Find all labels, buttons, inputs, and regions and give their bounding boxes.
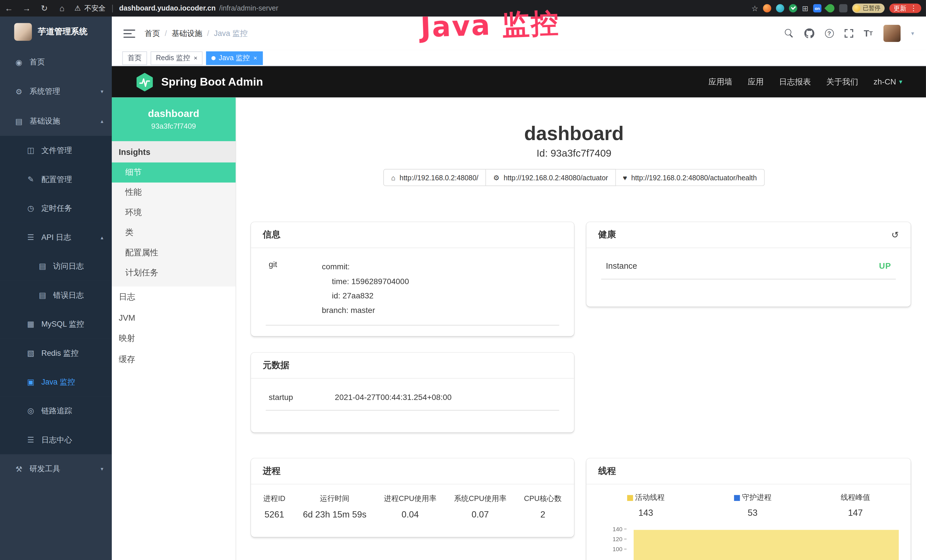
sba-menu-config-properties[interactable]: 配置属性 [112,243,236,263]
sba-instance-header[interactable]: dashboard 93a3fc7f7409 [112,98,236,141]
browser-back-icon[interactable]: ← [0,3,18,13]
metadata-key: startup [269,393,335,402]
sidebar-item-access-logs[interactable]: ▤ 访问日志 [0,251,112,280]
sba-nav-journal[interactable]: 日志报表 [779,76,811,87]
extension-leaf-icon[interactable] [825,2,836,14]
extension-drop-icon[interactable] [776,4,784,12]
sba-nav-about[interactable]: 关于我们 [826,76,858,87]
sba-menu-caches[interactable]: 缓存 [112,349,236,371]
app-sidebar: 芋道管理系统 ◉ 首页 ⚙ 系统管理 ▾ ▤ 基础设施 ▴ ◫ 文件管理 ✎ 配… [0,17,112,560]
browser-home-icon[interactable]: ⌂ [53,3,71,13]
sba-menu-jvm[interactable]: JVM [112,308,236,328]
extension-fox-icon[interactable] [763,4,772,12]
sba-insights-group: 细节 性能 环境 类 配置属性 计划任务 [112,162,236,286]
tab-redis-monitor[interactable]: Redis 监控 × [151,51,203,65]
app-logo[interactable]: 芋道管理系统 [0,17,112,47]
sidebar-item-scheduled-tasks[interactable]: ◷ 定时任务 [0,194,112,222]
fullscreen-icon[interactable] [844,29,853,38]
monitor-icon: ▣ [26,377,35,386]
security-label[interactable]: 不安全 [85,3,106,13]
paused-badge[interactable]: 已暂停 [852,3,885,13]
tab-java-monitor[interactable]: Java 监控 × [206,51,263,65]
extension-check-icon[interactable] [789,4,797,12]
hamburger-icon[interactable] [124,29,135,37]
health-key: Instance [606,261,637,271]
sba-menu-details[interactable]: 细节 [112,162,236,182]
user-avatar[interactable] [884,25,900,42]
health-url-button[interactable]: ♥ http://192.168.0.2:48080/actuator/heal… [616,169,764,186]
sba-menu-logs[interactable]: 日志 [112,286,236,308]
sidebar-item-api-logs[interactable]: ☰ API 日志 ▴ [0,223,112,251]
sba-menu-performance[interactable]: 性能 [112,183,236,203]
close-icon[interactable]: × [194,54,197,62]
update-button[interactable]: 更新 ⋮ [889,3,921,13]
sba-nav-applications[interactable]: 应用 [748,76,764,87]
active-tab-dot [212,56,216,60]
metadata-card: 元数据 startup 2021-04-27T00:44:31.254+08:0… [251,353,574,433]
process-card-title: 进程 [251,459,574,484]
info-value: commit: time: 1596289704000 id: 27aa832 … [322,260,409,318]
tab-label: Redis 监控 [156,53,190,63]
extension-on-badge[interactable]: on [813,4,822,12]
sba-menu-mappings[interactable]: 映射 [112,328,236,349]
wrench-icon: ⚙ [493,173,499,182]
history-icon[interactable]: ↺ [891,229,899,240]
service-url: http://192.168.0.2:48080/ [399,173,478,182]
help-icon[interactable]: ? [825,29,834,38]
browser-forward-icon[interactable]: → [18,3,35,13]
breadcrumb-home[interactable]: 首页 [145,28,160,38]
tab-home[interactable]: 首页 [123,51,147,65]
browser-menu-icon[interactable]: ⋮ [910,4,917,12]
font-size-icon[interactable]: TT [864,28,873,38]
sidebar-item-infrastructure[interactable]: ▤ 基础设施 ▴ [0,106,112,136]
chevron-down-icon: ▾ [101,89,103,95]
sidebar-item-redis-monitor[interactable]: ▧ Redis 监控 [0,339,112,368]
sidebar-item-label: 系统管理 [30,86,61,97]
sidebar-item-link-tracing[interactable]: ◎ 链路追踪 [0,396,112,425]
legend-peak-threads: 线程峰值 147 [841,493,870,518]
breadcrumb-infrastructure[interactable]: 基础设施 [172,28,203,38]
threads-legend: 活动线程 143 守护进程 53 [592,493,905,518]
warning-icon: ⚠ [74,4,81,12]
search-icon[interactable] [785,29,793,38]
actuator-url-button[interactable]: ⚙ http://192.168.0.2:48080/actuator [486,169,616,186]
info-card-body: git commit: time: 1596289704000 id: 27aa… [251,248,574,325]
sidebar-item-label: 文件管理 [41,145,72,156]
sba-brand-title: Spring Boot Admin [161,75,263,88]
github-icon[interactable] [804,28,814,38]
breadcrumb: 首页 / 基础设施 / Java 监控 [145,28,248,38]
sidebar-item-mysql-monitor[interactable]: ▦ MySQL 监控 [0,310,112,338]
health-card-title: 健康 ↺ [586,222,911,248]
sidebar-item-dev-tools[interactable]: ⚒ 研发工具 ▾ [0,454,112,484]
status-badge: UP [879,261,891,271]
sidebar-item-label: 访问日志 [53,261,84,271]
sidebar-item-error-logs[interactable]: ▤ 错误日志 [0,281,112,310]
metric-cpu-cores: CPU核心数 2 [524,494,561,519]
user-caret-icon[interactable]: ▾ [911,30,914,37]
legend-daemon-threads: 守护进程 53 [734,493,772,518]
sidebar-item-home[interactable]: ◉ 首页 [0,47,112,77]
sidebar-item-log-center[interactable]: ☰ 日志中心 [0,425,112,454]
sidebar-item-system-management[interactable]: ⚙ 系统管理 ▾ [0,77,112,106]
sidebar-item-file-management[interactable]: ◫ 文件管理 [0,136,112,165]
extension-puzzle-icon[interactable] [839,4,847,12]
instance-id: 93a3fc7f7409 [151,123,196,131]
sidebar-item-config-management[interactable]: ✎ 配置管理 [0,165,112,194]
browser-reload-icon[interactable]: ↻ [35,3,53,13]
sba-menu-scheduled-tasks[interactable]: 计划任务 [112,263,236,283]
sba-nav-wallboard[interactable]: 应用墙 [708,76,732,87]
close-icon[interactable]: × [254,54,257,62]
sidebar-item-label: 研发工具 [30,463,61,474]
sba-menu-classes[interactable]: 类 [112,223,236,243]
sba-menu-environment[interactable]: 环境 [112,203,236,222]
actuator-url: http://192.168.0.2:48080/actuator [504,173,608,182]
address-bar[interactable]: ⚠ 不安全 dashboard.yudao.iocoder.cn /infra/… [74,3,752,13]
bookmark-star-icon[interactable]: ☆ [752,4,758,12]
service-url-button[interactable]: ⌂ http://192.168.0.2:48080/ [384,169,486,186]
extension-grid-icon[interactable]: ⊞ [802,4,808,12]
sba-brand[interactable]: Spring Boot Admin [135,73,263,91]
sba-nav-language[interactable]: zh-CN ▾ [873,77,902,86]
edit-icon: ✎ [26,175,35,184]
metric-uptime: 运行时间 6d 23h 15m 59s [303,494,366,519]
sidebar-item-java-monitor[interactable]: ▣ Java 监控 [0,368,112,396]
